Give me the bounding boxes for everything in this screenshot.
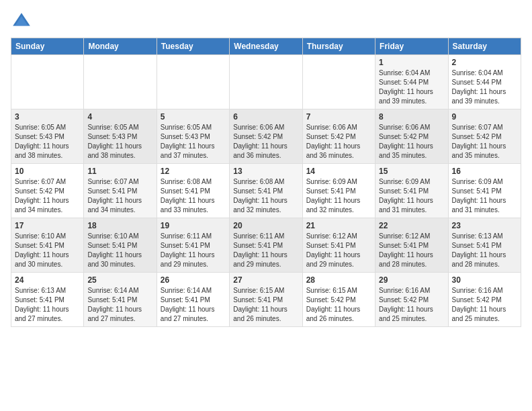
day-info: Sunrise: 6:11 AM Sunset: 5:41 PM Dayligh… <box>161 232 226 269</box>
calendar-week-1: 1Sunrise: 6:04 AM Sunset: 5:44 PM Daylig… <box>11 55 521 109</box>
day-info: Sunrise: 6:05 AM Sunset: 5:43 PM Dayligh… <box>87 123 152 161</box>
day-info: Sunrise: 6:07 AM Sunset: 5:42 PM Dayligh… <box>15 177 80 215</box>
calendar-cell: 22Sunrise: 6:12 AM Sunset: 5:41 PM Dayli… <box>375 218 448 273</box>
day-number: 10 <box>15 167 80 176</box>
calendar-cell: 27Sunrise: 6:15 AM Sunset: 5:41 PM Dayli… <box>230 273 302 327</box>
calendar-cell: 24Sunrise: 6:13 AM Sunset: 5:41 PM Dayli… <box>11 273 84 327</box>
day-info: Sunrise: 6:04 AM Sunset: 5:44 PM Dayligh… <box>379 68 444 106</box>
calendar-cell: 16Sunrise: 6:09 AM Sunset: 5:41 PM Dayli… <box>448 164 521 218</box>
calendar-cell: 10Sunrise: 6:07 AM Sunset: 5:42 PM Dayli… <box>11 164 84 218</box>
day-number: 3 <box>15 112 80 122</box>
page-header <box>11 11 521 32</box>
day-number: 21 <box>306 221 371 230</box>
calendar-cell: 17Sunrise: 6:10 AM Sunset: 5:41 PM Dayli… <box>11 218 84 273</box>
day-info: Sunrise: 6:07 AM Sunset: 5:42 PM Dayligh… <box>452 123 517 161</box>
day-number: 24 <box>15 275 80 285</box>
calendar-cell: 3Sunrise: 6:05 AM Sunset: 5:43 PM Daylig… <box>11 109 84 164</box>
logo <box>11 11 35 32</box>
calendar-cell: 12Sunrise: 6:08 AM Sunset: 5:41 PM Dayli… <box>157 164 229 218</box>
day-info: Sunrise: 6:09 AM Sunset: 5:41 PM Dayligh… <box>306 177 371 215</box>
day-info: Sunrise: 6:15 AM Sunset: 5:42 PM Dayligh… <box>306 286 371 324</box>
day-info: Sunrise: 6:14 AM Sunset: 5:41 PM Dayligh… <box>87 286 152 324</box>
calendar-week-4: 17Sunrise: 6:10 AM Sunset: 5:41 PM Dayli… <box>11 218 521 273</box>
day-number: 2 <box>452 58 517 67</box>
day-number: 12 <box>161 167 226 176</box>
calendar-header-thursday: Thursday <box>302 38 375 55</box>
calendar-cell: 25Sunrise: 6:14 AM Sunset: 5:41 PM Dayli… <box>84 273 157 327</box>
day-number: 17 <box>15 221 80 230</box>
calendar-cell <box>84 55 157 109</box>
calendar-header-wednesday: Wednesday <box>230 38 302 55</box>
day-info: Sunrise: 6:16 AM Sunset: 5:42 PM Dayligh… <box>452 286 517 324</box>
day-number: 22 <box>379 221 444 230</box>
calendar-cell: 14Sunrise: 6:09 AM Sunset: 5:41 PM Dayli… <box>302 164 375 218</box>
day-number: 9 <box>452 112 517 122</box>
day-info: Sunrise: 6:13 AM Sunset: 5:41 PM Dayligh… <box>452 232 517 269</box>
calendar-header-monday: Monday <box>84 38 157 55</box>
day-info: Sunrise: 6:04 AM Sunset: 5:44 PM Dayligh… <box>452 68 517 106</box>
day-info: Sunrise: 6:08 AM Sunset: 5:41 PM Dayligh… <box>233 177 298 215</box>
calendar-cell <box>230 55 302 109</box>
calendar-cell: 8Sunrise: 6:06 AM Sunset: 5:42 PM Daylig… <box>375 109 448 164</box>
day-info: Sunrise: 6:10 AM Sunset: 5:41 PM Dayligh… <box>15 232 80 269</box>
day-number: 13 <box>233 167 298 176</box>
day-info: Sunrise: 6:06 AM Sunset: 5:42 PM Dayligh… <box>379 123 444 161</box>
day-info: Sunrise: 6:15 AM Sunset: 5:41 PM Dayligh… <box>233 286 298 324</box>
day-number: 14 <box>306 167 371 176</box>
calendar-table: SundayMondayTuesdayWednesdayThursdayFrid… <box>11 38 521 327</box>
calendar-cell <box>302 55 375 109</box>
day-info: Sunrise: 6:08 AM Sunset: 5:41 PM Dayligh… <box>161 177 226 215</box>
calendar-cell: 1Sunrise: 6:04 AM Sunset: 5:44 PM Daylig… <box>375 55 448 109</box>
day-info: Sunrise: 6:14 AM Sunset: 5:41 PM Dayligh… <box>161 286 226 324</box>
day-info: Sunrise: 6:06 AM Sunset: 5:42 PM Dayligh… <box>306 123 371 161</box>
calendar-cell: 21Sunrise: 6:12 AM Sunset: 5:41 PM Dayli… <box>302 218 375 273</box>
calendar-cell: 18Sunrise: 6:10 AM Sunset: 5:41 PM Dayli… <box>84 218 157 273</box>
day-info: Sunrise: 6:09 AM Sunset: 5:41 PM Dayligh… <box>452 177 517 215</box>
calendar-cell: 19Sunrise: 6:11 AM Sunset: 5:41 PM Dayli… <box>157 218 229 273</box>
calendar-cell: 9Sunrise: 6:07 AM Sunset: 5:42 PM Daylig… <box>448 109 521 164</box>
calendar-cell: 15Sunrise: 6:09 AM Sunset: 5:41 PM Dayli… <box>375 164 448 218</box>
day-info: Sunrise: 6:11 AM Sunset: 5:41 PM Dayligh… <box>233 232 298 269</box>
day-number: 29 <box>379 275 444 285</box>
day-number: 28 <box>306 275 371 285</box>
day-number: 18 <box>87 221 152 230</box>
day-number: 16 <box>452 167 517 176</box>
calendar-cell: 4Sunrise: 6:05 AM Sunset: 5:43 PM Daylig… <box>84 109 157 164</box>
day-info: Sunrise: 6:16 AM Sunset: 5:42 PM Dayligh… <box>379 286 444 324</box>
day-number: 30 <box>452 275 517 285</box>
day-number: 19 <box>161 221 226 230</box>
calendar-week-3: 10Sunrise: 6:07 AM Sunset: 5:42 PM Dayli… <box>11 164 521 218</box>
calendar-cell: 2Sunrise: 6:04 AM Sunset: 5:44 PM Daylig… <box>448 55 521 109</box>
calendar-cell: 5Sunrise: 6:05 AM Sunset: 5:43 PM Daylig… <box>157 109 229 164</box>
day-number: 5 <box>161 112 226 122</box>
day-number: 8 <box>379 112 444 122</box>
calendar-week-5: 24Sunrise: 6:13 AM Sunset: 5:41 PM Dayli… <box>11 273 521 327</box>
calendar-cell <box>11 55 84 109</box>
day-info: Sunrise: 6:10 AM Sunset: 5:41 PM Dayligh… <box>87 232 152 269</box>
day-number: 15 <box>379 167 444 176</box>
calendar-cell: 26Sunrise: 6:14 AM Sunset: 5:41 PM Dayli… <box>157 273 229 327</box>
calendar-cell <box>157 55 229 109</box>
day-info: Sunrise: 6:12 AM Sunset: 5:41 PM Dayligh… <box>379 232 444 269</box>
calendar-cell: 28Sunrise: 6:15 AM Sunset: 5:42 PM Dayli… <box>302 273 375 327</box>
day-number: 6 <box>233 112 298 122</box>
calendar-cell: 6Sunrise: 6:06 AM Sunset: 5:42 PM Daylig… <box>230 109 302 164</box>
calendar-header-row: SundayMondayTuesdayWednesdayThursdayFrid… <box>11 38 521 55</box>
day-info: Sunrise: 6:07 AM Sunset: 5:41 PM Dayligh… <box>87 177 152 215</box>
calendar-cell: 13Sunrise: 6:08 AM Sunset: 5:41 PM Dayli… <box>230 164 302 218</box>
calendar-header-saturday: Saturday <box>448 38 521 55</box>
day-info: Sunrise: 6:06 AM Sunset: 5:42 PM Dayligh… <box>233 123 298 161</box>
calendar-week-2: 3Sunrise: 6:05 AM Sunset: 5:43 PM Daylig… <box>11 109 521 164</box>
day-info: Sunrise: 6:09 AM Sunset: 5:41 PM Dayligh… <box>379 177 444 215</box>
calendar-cell: 23Sunrise: 6:13 AM Sunset: 5:41 PM Dayli… <box>448 218 521 273</box>
calendar-header-tuesday: Tuesday <box>157 38 229 55</box>
calendar-cell: 7Sunrise: 6:06 AM Sunset: 5:42 PM Daylig… <box>302 109 375 164</box>
day-number: 20 <box>233 221 298 230</box>
day-info: Sunrise: 6:05 AM Sunset: 5:43 PM Dayligh… <box>15 123 80 161</box>
calendar-cell: 30Sunrise: 6:16 AM Sunset: 5:42 PM Dayli… <box>448 273 521 327</box>
calendar-header-sunday: Sunday <box>11 38 84 55</box>
calendar-cell: 11Sunrise: 6:07 AM Sunset: 5:41 PM Dayli… <box>84 164 157 218</box>
day-number: 27 <box>233 275 298 285</box>
calendar-cell: 20Sunrise: 6:11 AM Sunset: 5:41 PM Dayli… <box>230 218 302 273</box>
day-number: 1 <box>379 58 444 67</box>
